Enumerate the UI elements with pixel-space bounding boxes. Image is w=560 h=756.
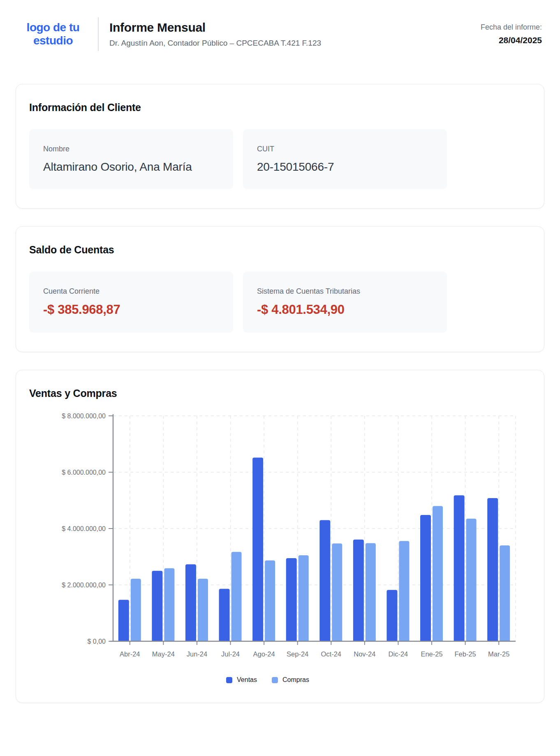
tax-account-label: Sistema de Cuentas Tributarias — [257, 287, 433, 296]
client-name-value: Altamirano Osorio, Ana María — [43, 160, 219, 174]
bar-compras-jul-24 — [231, 552, 242, 641]
bar-compras-sep-24 — [299, 555, 309, 641]
report-date-value: 28/04/2025 — [481, 35, 542, 45]
bar-ventas-may-24 — [152, 571, 162, 641]
bar-ventas-ene-25 — [420, 515, 431, 641]
y-axis-tick-label: $ 0,00 — [88, 638, 106, 645]
bar-ventas-feb-25 — [454, 495, 465, 641]
logo-line-1: logo de tu — [18, 21, 88, 34]
report-date-block: Fecha del informe: 28/04/2025 — [481, 23, 542, 45]
legend-item-compras[interactable]: Compras — [272, 676, 309, 684]
x-axis-tick-label: Dic-24 — [389, 650, 408, 658]
x-axis-tick-label: Sep-24 — [287, 650, 308, 658]
bar-compras-mar-25 — [500, 545, 510, 641]
bar-ventas-nov-24 — [353, 540, 364, 641]
logo-line-2: estudio — [18, 34, 88, 47]
legend-swatch-compras — [272, 677, 278, 683]
bar-compras-ene-25 — [433, 506, 443, 641]
bar-ventas-jun-24 — [185, 564, 196, 641]
x-axis-tick-label: Abr-24 — [120, 650, 140, 658]
page-title: Informe Mensual — [109, 21, 481, 35]
bar-compras-ago-24 — [265, 560, 275, 641]
client-name-box: Nombre Altamirano Osorio, Ana María — [29, 129, 233, 189]
bar-ventas-mar-25 — [487, 498, 498, 641]
current-account-label: Cuenta Corriente — [43, 287, 219, 296]
x-axis-tick-label: Jun-24 — [187, 650, 207, 658]
y-axis-tick-label: $ 8.000.000,00 — [62, 413, 106, 420]
x-axis-tick-label: Oct-24 — [321, 650, 342, 658]
current-account-balance: -$ 385.968,87 — [43, 302, 219, 317]
legend-swatch-ventas — [226, 677, 232, 683]
chart-legend: VentasCompras — [29, 676, 506, 684]
bar-ventas-dic-24 — [386, 590, 397, 641]
client-fields-row: Nombre Altamirano Osorio, Ana María CUIT… — [29, 129, 531, 189]
tax-account-balance: -$ 4.801.534,90 — [257, 302, 433, 317]
account-balances-card: Saldo de Cuentas Cuenta Corriente -$ 385… — [16, 226, 544, 352]
balances-section-title: Saldo de Cuentas — [29, 244, 531, 256]
client-name-label: Nombre — [43, 145, 219, 153]
bar-ventas-jul-24 — [219, 589, 230, 641]
y-axis-tick-label: $ 4.000.000,00 — [62, 525, 106, 532]
bar-compras-jun-24 — [198, 579, 208, 641]
bar-chart: $ 8.000.000,00$ 6.000.000,00$ 4.000.000,… — [40, 412, 531, 670]
sales-purchases-card: Ventas y Compras $ 8.000.000,00$ 6.000.0… — [16, 370, 544, 703]
bar-ventas-sep-24 — [286, 558, 297, 641]
x-axis-tick-label: Ago-24 — [253, 650, 275, 658]
client-cuit-value: 20-15015066-7 — [257, 160, 433, 174]
bar-ventas-oct-24 — [319, 520, 330, 641]
bar-ventas-ago-24 — [252, 457, 263, 641]
legend-label-compras: Compras — [282, 676, 309, 684]
client-cuit-label: CUIT — [257, 145, 433, 153]
x-axis-tick-label: May-24 — [152, 650, 175, 658]
bar-compras-dic-24 — [399, 541, 409, 641]
tax-account-box: Sistema de Cuentas Tributarias -$ 4.801.… — [243, 271, 447, 333]
client-cuit-box: CUIT 20-15015066-7 — [243, 129, 447, 189]
bar-compras-may-24 — [164, 568, 174, 641]
balances-fields-row: Cuenta Corriente -$ 385.968,87 Sistema d… — [29, 271, 531, 333]
bar-compras-feb-25 — [466, 519, 477, 641]
x-axis-tick-label: Nov-24 — [354, 650, 375, 658]
bar-compras-abr-24 — [131, 579, 141, 641]
bar-compras-oct-24 — [332, 543, 342, 641]
client-section-title: Información del Cliente — [29, 102, 531, 114]
x-axis-tick-label: Ene-25 — [421, 650, 442, 658]
bar-ventas-abr-24 — [118, 600, 129, 641]
current-account-box: Cuenta Corriente -$ 385.968,87 — [29, 271, 233, 333]
y-axis-tick-label: $ 2.000.000,00 — [62, 582, 106, 589]
studio-logo: logo de tu estudio — [18, 21, 88, 47]
accountant-subtitle: Dr. Agustín Aon, Contador Público – CPCE… — [109, 39, 481, 48]
header-divider — [98, 17, 99, 51]
x-axis-tick-label: Feb-25 — [454, 650, 476, 658]
header-title-block: Informe Mensual Dr. Agustín Aon, Contado… — [109, 21, 481, 48]
bar-chart-canvas: $ 8.000.000,00$ 6.000.000,00$ 4.000.000,… — [40, 412, 546, 669]
y-axis-tick-label: $ 6.000.000,00 — [62, 469, 106, 476]
bar-compras-nov-24 — [366, 543, 376, 641]
client-info-card: Información del Cliente Nombre Altamiran… — [16, 84, 544, 209]
legend-item-ventas[interactable]: Ventas — [226, 676, 257, 684]
chart-section-title: Ventas y Compras — [29, 387, 531, 399]
report-header: logo de tu estudio Informe Mensual Dr. A… — [16, 17, 544, 51]
x-axis-tick-label: Jul-24 — [221, 650, 240, 658]
legend-label-ventas: Ventas — [237, 676, 257, 684]
x-axis-tick-label: Mar-25 — [488, 650, 509, 658]
report-date-label: Fecha del informe: — [481, 23, 542, 32]
report-page: logo de tu estudio Informe Mensual Dr. A… — [16, 17, 544, 703]
